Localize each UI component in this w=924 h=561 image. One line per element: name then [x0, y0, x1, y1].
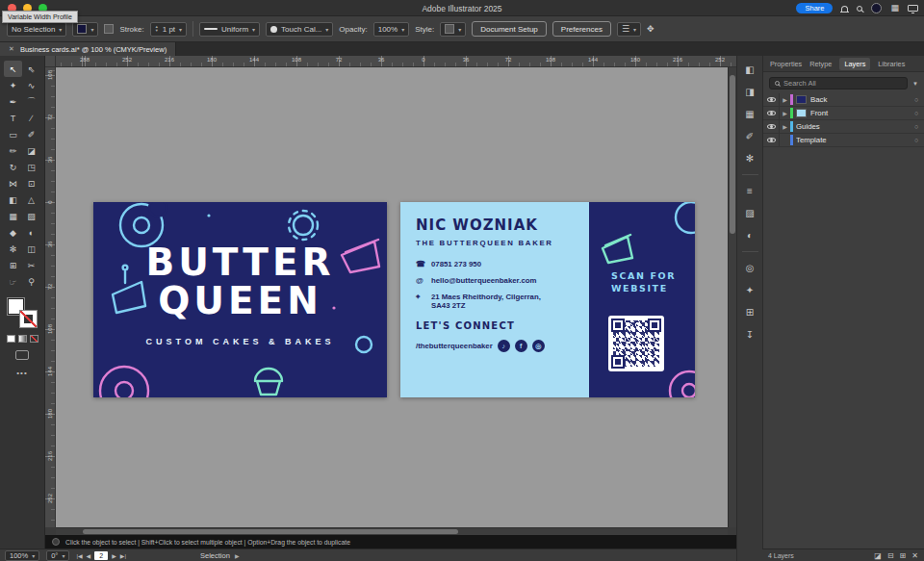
gradient-panel-icon[interactable]: ▨ — [742, 206, 758, 220]
vertical-scrollbar-thumb[interactable] — [730, 75, 735, 234]
artboard-number-field[interactable]: 2 — [94, 551, 108, 560]
share-button[interactable]: Share — [796, 3, 833, 13]
stroke-swatch-none[interactable] — [20, 311, 37, 327]
graphic-styles-panel-icon[interactable]: ✦ — [742, 283, 758, 297]
ruler-origin-corner[interactable] — [45, 56, 56, 67]
document-tab[interactable]: Business cards.ai* @ 100 % (CMYK/Preview… — [0, 42, 176, 56]
color-mode-button[interactable] — [7, 335, 15, 343]
transparency-panel-icon[interactable]: ◐ — [742, 228, 758, 242]
stroke-stepper-icon[interactable]: ▲▼ — [155, 25, 159, 33]
notifications-bell-icon[interactable] — [841, 6, 848, 12]
selection-status-dropdown[interactable]: No Selection — [7, 22, 66, 37]
pencil-tool[interactable]: ✏ — [4, 142, 22, 159]
brushes-panel-icon[interactable]: ✐ — [742, 129, 758, 143]
vertical-ruler[interactable]: 108 72 36 0 36 72 108 144 180 216 252 — [45, 67, 56, 527]
search-icon[interactable] — [857, 6, 862, 12]
canvas[interactable]: BUTTER QUEEN CUSTOM CAKES & BAKES NIC WO… — [56, 67, 728, 527]
artboards-panel-icon[interactable]: ⊞ — [742, 305, 758, 319]
filter-icon[interactable]: ▼ — [912, 81, 918, 87]
first-artboard-button[interactable]: |◀ — [76, 552, 82, 559]
shape-builder-tool[interactable]: ◧ — [4, 191, 22, 208]
variable-width-profile-dropdown[interactable]: Uniform — [199, 22, 260, 37]
expand-chevron-icon[interactable]: ▶ — [780, 110, 790, 116]
tab-libraries[interactable]: Libraries — [878, 60, 905, 68]
edit-toolbar-ellipsis[interactable]: ••• — [16, 369, 27, 377]
rotate-tool[interactable]: ↻ — [4, 159, 22, 175]
color-panel-icon[interactable]: ◧ — [742, 63, 758, 77]
slice-tool[interactable]: ✂ — [22, 257, 40, 273]
width-tool[interactable]: ⋈ — [4, 175, 22, 191]
asset-export-panel-icon[interactable]: ↧ — [742, 327, 758, 342]
gradient-tool[interactable]: ▨ — [22, 208, 40, 224]
expand-chevron-icon[interactable]: ▶ — [780, 123, 790, 130]
last-artboard-button[interactable]: ▶| — [120, 552, 126, 559]
layer-target-icon[interactable]: ○ — [909, 96, 924, 103]
eraser-tool[interactable]: ◪ — [22, 142, 40, 159]
mesh-tool[interactable]: ▦ — [4, 208, 22, 224]
layer-row-front[interactable]: ▶ Front ○ — [763, 107, 924, 120]
delete-layer-icon[interactable]: ✕ — [911, 551, 918, 560]
visibility-toggle[interactable] — [763, 93, 780, 106]
fill-color-dropdown[interactable] — [72, 22, 98, 37]
selection-tool[interactable]: ↖ — [4, 61, 22, 77]
next-artboard-button[interactable]: ▶ — [112, 552, 116, 559]
horizontal-ruler[interactable]: 288 252 216 180 144 108 72 36 0 36 72 10… — [56, 56, 736, 67]
zoom-tool[interactable]: ⚲ — [22, 273, 40, 290]
color-guide-panel-icon[interactable]: ◨ — [742, 85, 758, 99]
stroke-color-swatch[interactable] — [104, 24, 114, 34]
blend-tool[interactable]: ◐ — [22, 224, 40, 241]
tab-retype[interactable]: Retype — [809, 60, 832, 68]
document-setup-button[interactable]: Document Setup — [472, 21, 547, 37]
layer-name[interactable]: Front — [810, 109, 909, 117]
line-segment-tool[interactable]: ∕ — [22, 110, 40, 126]
stroke-weight-field[interactable]: ▲▼ 1 pt — [150, 22, 187, 37]
visibility-toggle[interactable] — [763, 134, 780, 146]
layer-row-template[interactable]: Template ○ — [763, 134, 924, 147]
paintbrush-tool[interactable]: ✐ — [22, 126, 40, 142]
arrange-icon[interactable]: ✥ — [647, 24, 654, 34]
previous-artboard-button[interactable]: ◀ — [87, 552, 91, 559]
account-avatar[interactable] — [871, 3, 882, 13]
apps-grid-icon[interactable]: ▦ — [890, 4, 899, 13]
zoom-level-dropdown[interactable]: 100% — [5, 550, 39, 561]
make-mask-icon[interactable]: ◪ — [874, 551, 882, 560]
screen-mode-icon[interactable] — [908, 5, 918, 12]
stroke-panel-icon[interactable]: ≡ — [742, 184, 758, 198]
appearance-panel-icon[interactable]: ◎ — [742, 261, 758, 275]
layer-name[interactable]: Template — [796, 136, 909, 144]
direct-selection-tool[interactable]: ⇖ — [22, 61, 40, 77]
swatches-panel-icon[interactable]: ▦ — [742, 107, 758, 121]
eyedropper-tool[interactable]: ◆ — [4, 224, 22, 241]
tab-layers[interactable]: Layers — [839, 58, 870, 70]
visibility-toggle[interactable] — [763, 120, 780, 133]
none-mode-button[interactable] — [30, 335, 38, 343]
symbols-panel-icon[interactable]: ✻ — [742, 151, 758, 166]
vertical-scrollbar[interactable] — [728, 67, 736, 527]
visibility-toggle[interactable] — [763, 107, 780, 119]
brush-definition-dropdown[interactable]: Touch Cal... — [266, 22, 333, 37]
status-expand-icon[interactable]: ▶ — [235, 552, 240, 559]
horizontal-scrollbar-thumb[interactable] — [83, 529, 458, 534]
symbol-sprayer-tool[interactable]: ✻ — [4, 241, 22, 257]
perspective-grid-tool[interactable]: △ — [22, 191, 40, 208]
new-layer-icon[interactable]: ⊞ — [900, 551, 907, 560]
layer-row-back[interactable]: ▶ Back ○ — [763, 93, 924, 107]
new-sublayer-icon[interactable]: ⊟ — [887, 551, 894, 560]
rotation-dropdown[interactable]: 0° — [46, 550, 69, 561]
free-transform-tool[interactable]: ⊡ — [22, 175, 40, 191]
scale-tool[interactable]: ◳ — [22, 159, 40, 175]
style-dropdown[interactable] — [440, 22, 466, 37]
align-options-dropdown[interactable]: ☰ — [617, 22, 641, 37]
hand-tool[interactable]: ☞ — [4, 273, 22, 290]
horizontal-scrollbar[interactable] — [56, 527, 728, 535]
search-input[interactable]: Search All — [769, 77, 908, 89]
opacity-dropdown[interactable]: 100% — [373, 22, 409, 37]
column-graph-tool[interactable]: ◫ — [22, 241, 40, 257]
type-tool[interactable]: T — [4, 110, 22, 126]
layer-target-icon[interactable]: ○ — [909, 137, 924, 143]
gradient-mode-button[interactable] — [18, 335, 27, 343]
artboard-tool[interactable]: ⊞ — [4, 257, 22, 273]
layer-target-icon[interactable]: ○ — [909, 110, 924, 116]
preferences-button[interactable]: Preferences — [552, 21, 611, 37]
business-card-back[interactable]: NIC WOZNIAK THE BUTTERQUEEN BAKER ☎ 0785… — [400, 202, 695, 397]
